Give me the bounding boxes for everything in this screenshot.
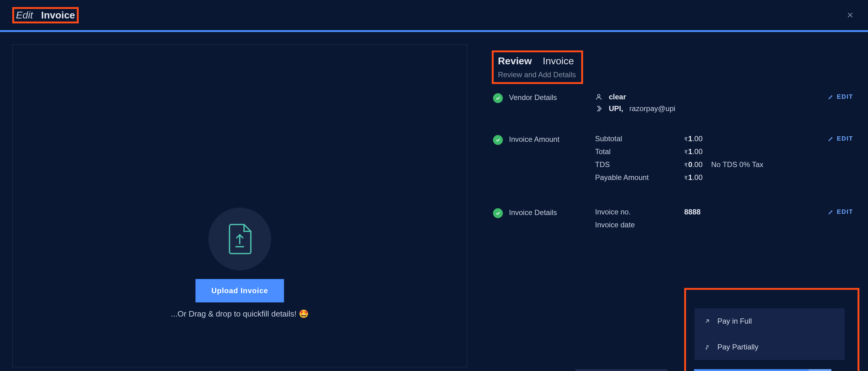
- pay-button-group: Pay/Schedule Invoice: [694, 369, 831, 371]
- details-section: Invoice Details Invoice no. 8888 Invoice…: [492, 199, 856, 233]
- vendor-section: Vendor Details clear UPI, razorpay@upi: [492, 84, 856, 113]
- edit-amount-button[interactable]: EDIT: [828, 135, 853, 142]
- pay-in-full-option[interactable]: Pay in Full: [695, 308, 845, 334]
- upi-icon: [595, 105, 603, 113]
- review-header: Review Invoice Review and Add Details: [492, 51, 583, 84]
- details-section-label: Invoice Details: [509, 208, 595, 233]
- pay-dropdown-highlight: Pay in Full Pay Partially Save And Close…: [684, 288, 859, 371]
- person-icon: [595, 93, 603, 101]
- drag-drop-hint: ...Or Drag & drop to quickfill details! …: [171, 309, 309, 319]
- save-and-close-button[interactable]: Save And Close: [576, 369, 667, 371]
- review-title: Review Invoice: [498, 55, 576, 67]
- check-icon: [493, 208, 503, 218]
- pay-schedule-invoice-button[interactable]: Pay/Schedule Invoice: [694, 369, 809, 371]
- close-icon[interactable]: [845, 9, 856, 21]
- arrow-split-icon: [704, 344, 711, 350]
- title-prefix: Edit: [16, 9, 33, 21]
- pencil-icon: [828, 209, 834, 215]
- payable-label: Payable Amount: [595, 173, 684, 182]
- invoice-date-label: Invoice date: [595, 221, 684, 229]
- page-title: Edit Invoice: [12, 7, 79, 23]
- upload-icon: [208, 208, 271, 270]
- amount-section-label: Invoice Amount: [509, 135, 595, 186]
- vendor-name: clear: [609, 93, 626, 101]
- title-main: Invoice: [41, 9, 75, 21]
- check-icon: [493, 135, 503, 145]
- subtotal-value: ₹1.00: [684, 135, 703, 143]
- tds-label: TDS: [595, 160, 684, 169]
- invoice-no-label: Invoice no.: [595, 208, 684, 216]
- arrow-up-right-icon: [704, 318, 711, 324]
- svg-point-0: [597, 94, 600, 97]
- review-panel: Review Invoice Review and Add Details Ve…: [492, 44, 856, 359]
- amount-section: Invoice Amount Subtotal ₹1.00 Total ₹1.0…: [492, 126, 856, 186]
- vendor-section-label: Vendor Details: [509, 93, 595, 113]
- pencil-icon: [828, 94, 834, 100]
- total-label: Total: [595, 147, 684, 156]
- main-content: Upload Invoice ...Or Drag & drop to quic…: [0, 32, 868, 371]
- invoice-no-value: 8888: [684, 208, 701, 216]
- tds-value: ₹0.00: [684, 160, 703, 169]
- upload-invoice-button[interactable]: Upload Invoice: [195, 279, 284, 303]
- upi-id: razorpay@upi: [629, 104, 675, 113]
- total-value: ₹1.00: [684, 147, 703, 156]
- edit-vendor-button[interactable]: EDIT: [828, 93, 853, 100]
- modal-header: Edit Invoice: [0, 0, 868, 30]
- subtotal-label: Subtotal: [595, 135, 684, 143]
- upload-panel[interactable]: Upload Invoice ...Or Drag & drop to quic…: [12, 44, 467, 367]
- tds-note: No TDS 0% Tax: [711, 160, 764, 169]
- review-subtitle: Review and Add Details: [498, 70, 576, 79]
- edit-details-button[interactable]: EDIT: [828, 208, 853, 215]
- payment-method: UPI,: [609, 104, 623, 113]
- pay-partially-option[interactable]: Pay Partially: [695, 334, 845, 360]
- pay-dropdown-toggle[interactable]: [809, 369, 831, 371]
- check-icon: [493, 93, 503, 103]
- pay-options-dropdown: Pay in Full Pay Partially: [695, 308, 845, 360]
- payable-value: ₹1.00: [684, 173, 703, 182]
- pencil-icon: [828, 136, 834, 142]
